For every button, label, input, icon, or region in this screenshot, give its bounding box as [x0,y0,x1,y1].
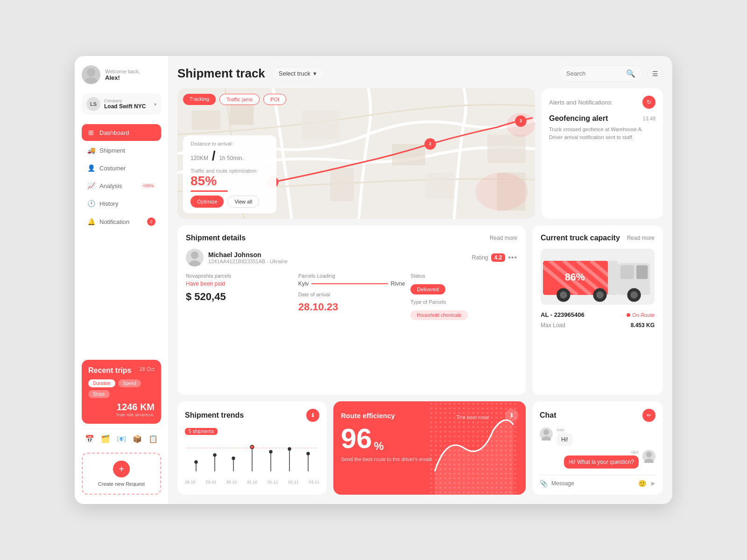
create-request-card[interactable]: + Create new Request [82,453,161,495]
shipment-icon: 🚚 [87,147,95,154]
svg-point-0 [87,68,95,77]
trends-header: Shipment trends ⬇ [185,409,319,422]
sidebar-item-notification[interactable]: 🔔 Notification 2 [82,213,161,231]
user-profile: Welcome back, Alex! [82,65,161,84]
emoji-icon[interactable]: 🙂 [638,480,646,487]
sidebar-item-analysis[interactable]: 📈 Analysis +20% [82,177,161,194]
route-pct: 85% [190,174,269,189]
search-box[interactable]: 🔍 [559,65,642,82]
trends-badge: 5 shipments [185,428,218,435]
bottom-icons: 📅 🗂️ 📧 📦 📋 [82,428,161,449]
type-label: Type of Parcels [410,299,517,305]
type-badge: Household chemicals [410,310,468,320]
truck-selector[interactable]: Select truck ▾ [272,67,324,80]
company-selector[interactable]: LS Company Load Swift NYC ▾ [82,93,161,115]
max-load-label: Max Load [541,322,565,329]
notification-icon: 🔔 [87,218,95,225]
chat-avatar-alex [642,450,655,463]
chat-title: Chat [540,411,557,420]
chart-labels: 28.1029.1030.1031.1001.1102.1103.11 [185,480,319,484]
sidebar-item-label: Costumer [99,165,126,172]
folder-icon[interactable]: 🗂️ [101,434,110,443]
speed-tag[interactable]: Speed [118,379,141,387]
svg-point-60 [644,459,654,463]
svg-point-36 [596,291,604,299]
welcome-text: Welcome back, [105,69,140,74]
truck-id: AL - 223965406 [541,311,585,318]
read-more-link[interactable]: Read more [490,235,517,241]
chevron-down-icon: ▾ [313,70,317,77]
svg-point-51 [288,448,291,450]
notification-badge: 2 [147,217,155,226]
map-tags: Tracking Traffic jams POI [183,94,286,105]
menu-button[interactable]: ☰ [647,66,663,82]
alert-name: Geofencing alert [549,114,608,123]
chat-input[interactable] [551,480,634,487]
send-icon[interactable]: ➤ [650,480,655,487]
sidebar-item-label: Analysis [99,182,122,189]
calendar-icon[interactable]: 📅 [85,434,94,443]
tracking-tag[interactable]: Tracking [183,94,216,105]
sidebar-item-shipment[interactable]: 🚚 Shipment [82,142,161,159]
route-line [311,283,388,284]
driver-info: Michael Johnson 1241AA4121B823351AB - Uk… [208,251,288,264]
efficiency-chart: The best road [420,401,526,495]
stops-tag[interactable]: Stops [88,390,110,398]
chat-message-text-alex: Hi! What is your question? [564,455,639,469]
duration-tag[interactable]: Duration [88,379,115,387]
alerts-header: Alerts and Notifications: ↻ [549,96,655,109]
route-bar [190,190,228,192]
search-input[interactable] [566,70,622,77]
history-icon: 🕐 [87,200,95,207]
chat-avatar-ivan [540,427,553,441]
package-icon[interactable]: 📦 [133,434,142,443]
poi-tag[interactable]: POI [263,94,286,105]
time-value: 1h 50 [219,155,233,161]
create-request-label: Create new Request [98,481,145,487]
sidebar-item-dashboard[interactable]: ⊞ Dashboard [82,124,161,141]
list-icon[interactable]: 📋 [148,434,158,443]
sidebar: Welcome back, Alex! LS Company Load Swif… [75,56,168,504]
view-all-button[interactable]: View all [227,196,259,208]
attachment-icon[interactable]: 📎 [540,480,548,487]
efficiency-unit: % [374,440,384,453]
route-display: Kyiv Rivne [298,280,405,287]
alert-time: 13.48 [642,116,655,121]
refresh-button[interactable]: ↻ [642,96,655,109]
capacity-read-more[interactable]: Read more [627,235,655,241]
chat-edit-button[interactable]: ✏ [642,409,655,422]
alert-item-header: Geofencing alert 13.48 [549,114,655,123]
top-section: 1 2 3 Tracking Traffic jams POI Distance… [177,88,663,219]
mail-icon[interactable]: 📧 [117,434,126,443]
sidebar-item-history[interactable]: 🕐 History [82,195,161,212]
driver-id: 1241AA4121B823351AB - Ukraine [208,259,288,264]
parcels-status: Have been paid [186,280,293,287]
svg-rect-6 [330,168,354,201]
status-label: Status [410,273,517,279]
avatar [82,65,100,84]
sidebar-item-label: Dashboard [99,129,129,136]
parcels-cell: Novaposhta parcels Have been paid $ 520,… [186,273,293,320]
truck-visual: 86% [541,249,655,305]
distance-label: Distance to arrival: [190,141,269,147]
chat-bubble-right-wrapper: Alex Hi! What is your question? [564,450,639,469]
chat-card: Chat ✏ Ivan Hi! [532,401,663,495]
sidebar-item-customer[interactable]: 👤 Costumer [82,160,161,176]
distance-value: 120KM / 1h 50min. [190,148,269,163]
user-text: Welcome back, Alex! [105,69,140,81]
analysis-icon: 📈 [87,182,95,189]
route-opt-label: Traffic and route optimization: [190,168,269,174]
recent-trips-date: 28 Oct [140,366,155,372]
map-card: 1 2 3 Tracking Traffic jams POI Distance… [177,88,535,219]
chat-sender-alex: Alex [564,450,639,455]
driver-avatar [186,249,204,266]
trends-title: Shipment trends [185,411,244,420]
more-options-button[interactable]: ••• [508,253,517,262]
svg-rect-8 [425,173,454,199]
alerts-card: Alerts and Notifications: ↻ Geofencing a… [542,88,663,219]
svg-point-49 [269,450,272,453]
optimize-button[interactable]: Optimize [190,196,224,208]
date-label: Date of arrival [298,292,405,297]
traffic-jams-tag[interactable]: Traffic jams [219,94,260,105]
trends-download-button[interactable]: ⬇ [306,409,319,422]
